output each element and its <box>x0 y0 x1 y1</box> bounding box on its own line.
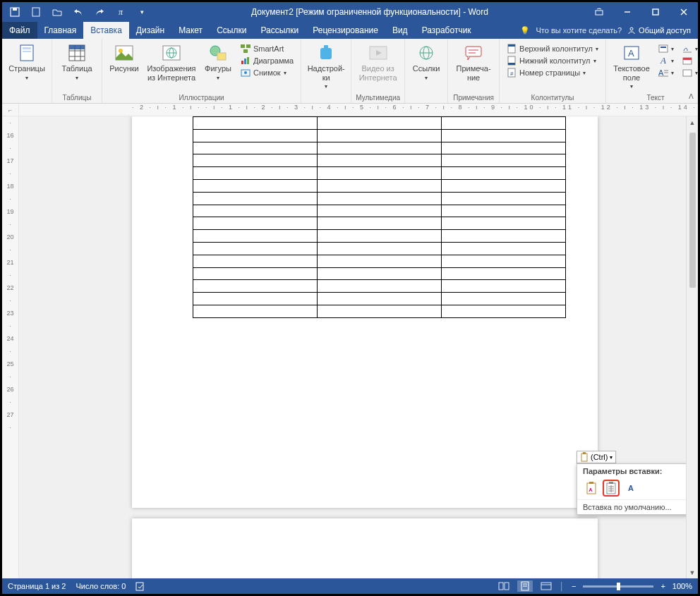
chart-button[interactable]: Диаграмма <box>238 55 296 66</box>
object-button[interactable]: ▾ <box>680 67 700 78</box>
redo-icon[interactable] <box>94 6 105 18</box>
smartart-button[interactable]: SmartArt <box>238 43 296 54</box>
window-title: Документ2 [Режим ограниченной функционал… <box>155 7 585 17</box>
maximize-icon[interactable] <box>641 2 670 22</box>
ribbon-options-icon[interactable] <box>585 2 613 22</box>
zoom-level[interactable]: 100% <box>672 582 692 590</box>
paste-option-merge[interactable] <box>603 480 620 497</box>
ribbon: Страницы▾ Таблица▾ Таблицы Рисунки Изобр… <box>2 39 698 104</box>
collapse-ribbon-icon[interactable]: ᐱ <box>689 92 694 100</box>
tab-file[interactable]: Файл <box>2 22 37 39</box>
svg-point-19 <box>119 49 123 53</box>
page-1[interactable] <box>132 116 598 508</box>
scrollbar-vertical[interactable]: ▲ ▼ <box>686 116 698 578</box>
tab-home[interactable]: Главная <box>37 22 84 39</box>
document-table[interactable] <box>193 116 566 318</box>
svg-rect-72 <box>136 583 143 590</box>
links-button[interactable]: Ссылки▾ <box>409 42 443 81</box>
svg-rect-1 <box>13 8 17 11</box>
share-button[interactable]: Общий доступ <box>627 26 691 35</box>
footer-button[interactable]: Нижний колонтитул ▾ <box>504 55 601 66</box>
qat-customize-icon[interactable]: ▾ <box>136 6 147 18</box>
paste-options-button[interactable]: (Ctrl)▾ <box>577 451 616 463</box>
group-addins: Надстрой-ки▾ <box>301 39 351 103</box>
header-icon <box>507 44 517 54</box>
screenshot-button[interactable]: Снимок ▾ <box>238 67 296 78</box>
globe-picture-icon <box>162 43 181 63</box>
status-words[interactable]: Число слов: 0 <box>76 582 126 590</box>
tab-insert[interactable]: Вставка <box>83 22 129 39</box>
tab-layout[interactable]: Макет <box>171 22 210 39</box>
paste-option-keep-source[interactable] <box>583 480 600 497</box>
minimize-icon[interactable] <box>613 2 641 22</box>
undo-icon[interactable] <box>73 6 84 18</box>
proofing-icon[interactable] <box>135 581 145 591</box>
svg-rect-67 <box>609 482 613 484</box>
svg-rect-11 <box>23 51 31 52</box>
svg-rect-47 <box>508 63 515 65</box>
tab-developer[interactable]: Разработчик <box>415 22 478 39</box>
save-icon[interactable] <box>9 6 20 18</box>
svg-rect-60 <box>683 58 692 60</box>
view-print-icon[interactable] <box>517 580 533 592</box>
video-icon <box>368 43 388 63</box>
page-2[interactable] <box>132 518 598 578</box>
tell-me-input[interactable]: Что вы хотите сделать? <box>536 26 622 35</box>
svg-text:#: # <box>510 71 514 77</box>
dropcap-button[interactable]: A▾ <box>656 67 677 78</box>
bulb-icon: 💡 <box>520 26 530 35</box>
sigline-button[interactable]: ▾ <box>680 43 700 54</box>
tab-review[interactable]: Рецензирование <box>306 22 385 39</box>
svg-rect-31 <box>247 57 249 64</box>
document-canvas[interactable]: (Ctrl)▾ Параметры вставки: A Вставка по … <box>19 116 698 578</box>
pages-button[interactable]: Страницы▾ <box>6 42 47 81</box>
scroll-down-icon[interactable]: ▼ <box>687 566 698 578</box>
addins-button[interactable]: Надстрой-ки▾ <box>306 42 346 90</box>
pagenum-button[interactable]: #Номер страницы ▾ <box>504 67 601 78</box>
header-button[interactable]: Верхний колонтитул ▾ <box>504 43 601 54</box>
quickparts-button[interactable]: ▾ <box>656 43 677 54</box>
tab-design[interactable]: Дизайн <box>129 22 171 39</box>
ruler-horizontal[interactable]: ⌐ · 2 · ı · 1 · ı · · ı · 1 · ı · 2 · ı … <box>2 104 698 116</box>
svg-rect-2 <box>32 8 40 16</box>
new-doc-icon[interactable] <box>30 6 42 18</box>
ruler-vertical[interactable]: ·16·17·18·19·20·21·22·23·24·25·26·27· <box>2 116 19 578</box>
datetime-button[interactable] <box>680 55 700 66</box>
scroll-thumb[interactable] <box>689 133 696 288</box>
wordart-icon: A <box>658 56 668 66</box>
online-pictures-button[interactable]: Изображения из Интернета <box>145 42 198 82</box>
svg-rect-30 <box>244 59 246 64</box>
status-page[interactable]: Страница 1 из 2 <box>8 582 66 590</box>
zoom-slider[interactable] <box>583 585 653 588</box>
svg-point-8 <box>630 28 633 30</box>
pictures-button[interactable]: Рисунки <box>107 42 142 73</box>
zoom-out-button[interactable]: − <box>570 582 577 590</box>
table-button[interactable]: Таблица▾ <box>56 42 97 81</box>
close-icon[interactable] <box>670 2 698 22</box>
equation-icon[interactable]: π <box>115 6 126 18</box>
paste-option-text-only[interactable]: A <box>622 480 639 497</box>
scroll-up-icon[interactable]: ▲ <box>687 116 698 128</box>
tab-mailings[interactable]: Рассылки <box>253 22 306 39</box>
textbox-button[interactable]: A Текстовое поле▾ <box>610 42 653 90</box>
group-label-comments: Примечания <box>453 94 494 102</box>
wordart-button[interactable]: A▾ <box>656 55 677 66</box>
svg-rect-52 <box>659 45 668 52</box>
view-web-icon[interactable] <box>538 580 554 592</box>
svg-rect-10 <box>23 47 31 49</box>
tab-references[interactable]: Ссылки <box>210 22 253 39</box>
open-icon[interactable] <box>52 6 63 18</box>
tab-view[interactable]: Вид <box>385 22 415 39</box>
ruler-h-track: · 2 · ı · 1 · ı · · ı · 1 · ı · 2 · ı · … <box>19 104 698 116</box>
view-read-icon[interactable] <box>496 580 512 592</box>
svg-rect-28 <box>243 49 248 53</box>
comment-button[interactable]: Примеча-ние <box>452 42 495 82</box>
zoom-in-button[interactable]: + <box>659 582 666 590</box>
shapes-button[interactable]: Фигуры▾ <box>201 42 235 81</box>
pictures-icon <box>114 43 134 63</box>
paste-default-button[interactable]: Вставка по умолчанию... <box>577 499 689 514</box>
addins-icon <box>316 43 336 63</box>
svg-point-33 <box>244 71 247 74</box>
page-icon <box>17 43 37 63</box>
svg-rect-41 <box>466 47 481 56</box>
